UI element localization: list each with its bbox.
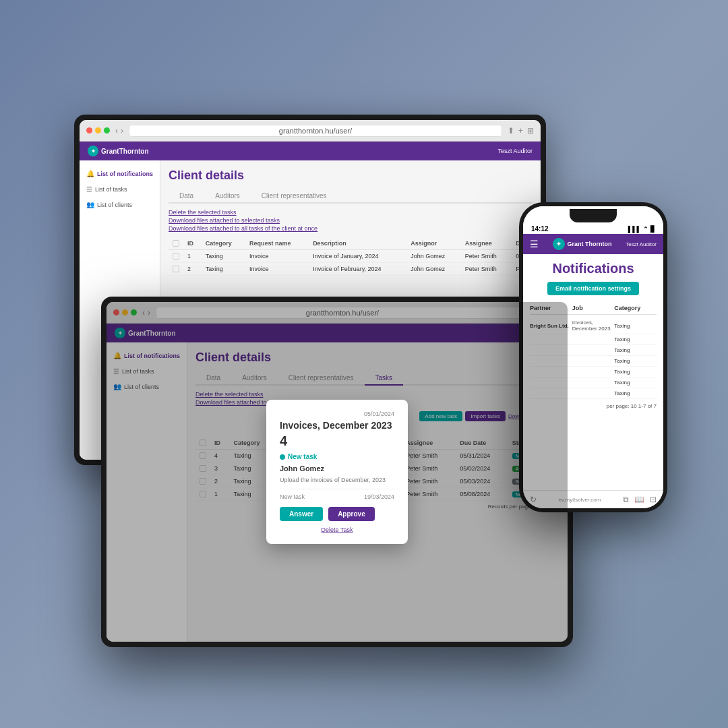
logo-text-1: GrantThornton [101,148,149,155]
hamburger-icon[interactable]: ☰ [530,239,539,249]
th-cat-1: Category [202,237,245,250]
phone-page-title: Notifications [530,261,657,276]
modal-desc: Upload the invoices of December, 2023 [280,477,394,483]
approve-button[interactable]: Approve [328,507,375,521]
phone-logo: ✦ Grant Thornton [553,238,612,250]
scene: ‹ › grantthornton.hu/user/ ⬆ + ⊞ ✦ Grant… [61,94,667,634]
sidebar-item-notifications-1[interactable]: 🔔 List of notifications [80,166,160,181]
tab-representatives-1[interactable]: Client representatives [251,189,338,202]
cell-category: Taxing [614,347,657,353]
th-desc-1: Description [309,237,406,250]
user-badge-1: Teszt Auditor [497,148,533,154]
dot-green[interactable] [104,127,110,133]
cell-cat: Taxing [202,263,245,276]
cell-assignor: John Gomez [406,263,461,276]
delete-task-link[interactable]: Delete Task [280,526,394,533]
cell-category: Taxing [614,336,657,342]
answer-button[interactable]: Answer [280,507,323,521]
tablet-2-screen: ‹ › grantthornton.hu/user/ ⬆ + ⊞ ✦ Grant… [107,302,568,642]
modal-status-text: New task [288,453,317,460]
modal-footer-label: New task [280,493,305,500]
cell-desc: Invoice of February, 2024 [309,263,406,276]
th-check-1 [169,237,183,250]
modal-footer: New task 19/03/2024 [280,489,394,500]
action-link-download-all-1[interactable]: Download files attached to all tasks of … [169,225,533,232]
tabs-row-1: Data Auditors Client representatives [169,189,533,204]
modal-date: 05/01/2024 [280,411,394,417]
cell-category: Taxing [614,369,657,375]
cell-assignee: Peter Smith [461,263,512,276]
sidebar-label-tasks-1: List of tasks [95,186,127,193]
th-assignee-1: Assignee [461,237,512,250]
th-assignor-1: Assignor [406,237,461,250]
browser-nav-1: ‹ › [115,126,123,135]
cell-desc: Invoice of January, 2024 [309,250,406,263]
table-row: 1 Taxing Invoice Invoice of January, 202… [169,250,533,263]
browser-icons-1: ⬆ + ⊞ [508,126,534,135]
copy-icon[interactable]: ⊡ [650,495,657,504]
cell-assignee: Peter Smith [461,250,512,263]
sidebar-item-tasks-1[interactable]: ☰ List of tasks [80,181,160,197]
cell-job: Invoices, December 2023 [572,320,615,332]
col-category: Category [614,305,657,311]
nav-back[interactable]: ‹ [115,126,118,135]
phone-user: Teszt Auditor [626,241,657,247]
share-icon[interactable]: ⬆ [508,126,514,135]
action-link-delete-1[interactable]: Delete the selected tasks [169,209,533,216]
app-logo-1: ✦ GrantThornton [88,146,149,156]
data-table-1: ID Category Request name Description Ass… [169,237,533,276]
modal-number: 4 [280,433,394,449]
table-row: 2 Taxing Invoice Invoice of February, 20… [169,263,533,276]
cell-category: Taxing [614,380,657,386]
phone-header: ☰ ✦ Grant Thornton Teszt Auditor [523,234,663,254]
phone-notch-area [523,206,663,222]
tablet-2: ‹ › grantthornton.hu/user/ ⬆ + ⊞ ✦ Grant… [101,297,573,647]
cell-id: 1 [183,250,202,263]
sidebar-label-clients-1: List of clients [97,202,132,208]
phone-notch [570,209,617,222]
battery-icon: ▊ [650,226,655,233]
modal-user: John Gomez [280,464,394,473]
th-req-1: Request name [245,237,309,250]
modal-title: Invoices, December 2023 [280,420,394,431]
action-links-1: Delete the selected tasks Download files… [169,209,533,232]
dot-red[interactable] [86,127,92,133]
logo-icon-1: ✦ [88,146,98,156]
email-settings-button[interactable]: Email notification settings [547,282,639,295]
action-link-download-sel-1[interactable]: Download files attached to selected task… [169,217,533,224]
book-icon[interactable]: 📖 [634,495,644,504]
page-title-1: Client details [169,169,533,183]
grid-icon[interactable]: ⊞ [527,126,534,135]
cell-category: Taxing [614,323,657,329]
tab-data-1[interactable]: Data [169,189,204,202]
browser-url-1[interactable]: grantthornton.hu/user/ [129,125,502,137]
sidebar-item-clients-1[interactable]: 👥 List of clients [80,197,160,212]
phone-logo-icon: ✦ [553,238,565,250]
wifi-icon: ⌃ [643,226,648,233]
dot-yellow[interactable] [95,127,101,133]
status-dot [280,454,285,460]
people-icon-1: 👥 [86,201,94,208]
phone-logo-text: Grant Thornton [568,241,612,247]
app-header-1: ✦ GrantThornton Teszt Auditor [80,142,541,160]
signal-bars: ▌▌▌ [628,226,641,233]
nav-forward[interactable]: › [121,126,123,135]
cell-req: Invoice [245,263,309,276]
bell-icon-1: 🔔 [86,170,94,177]
phone-signals: ▌▌▌ ⌃ ▊ [628,226,655,233]
modal-overlay: 05/01/2024 Invoices, December 2023 4 New… [107,302,568,642]
modal-footer-date: 19/03/2024 [364,493,394,500]
new-tab-icon[interactable]: + [518,126,523,135]
cell-cat: Taxing [202,250,245,263]
cell-assignor: John Gomez [406,250,461,263]
browser-dots-1 [86,127,110,133]
tab-auditors-1[interactable]: Auditors [204,189,251,202]
cell-req: Invoice [245,250,309,263]
cell-id: 2 [183,263,202,276]
th-id-1: ID [183,237,202,250]
tab-icon[interactable]: ⧉ [623,495,629,504]
task-modal: 05/01/2024 Invoices, December 2023 4 New… [266,400,408,544]
modal-status: New task [280,453,394,460]
browser-bar-1: ‹ › grantthornton.hu/user/ ⬆ + ⊞ [80,120,541,142]
cell-category: Taxing [614,390,657,396]
